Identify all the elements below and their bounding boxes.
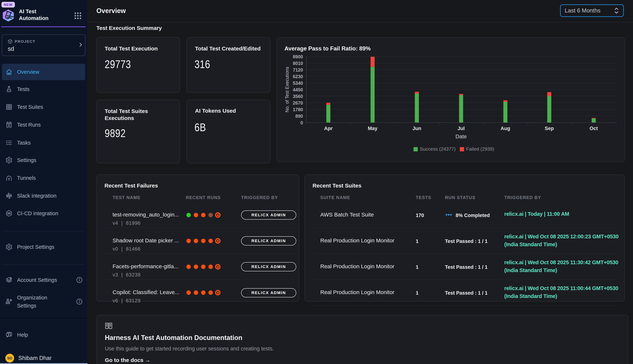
svg-text:Date: Date bbox=[455, 134, 467, 140]
svg-text:Aug: Aug bbox=[501, 126, 510, 131]
svg-text:Jun: Jun bbox=[413, 126, 421, 131]
svg-text:Jul: Jul bbox=[457, 126, 465, 131]
svg-text:3560: 3560 bbox=[293, 94, 303, 99]
svg-text:5340: 5340 bbox=[293, 80, 303, 86]
svg-text:8010: 8010 bbox=[293, 61, 303, 66]
svg-text:Oct: Oct bbox=[589, 126, 598, 131]
svg-text:1780: 1780 bbox=[293, 107, 303, 112]
svg-text:7120: 7120 bbox=[293, 67, 303, 72]
svg-text:Failed (2939): Failed (2939) bbox=[466, 146, 494, 152]
svg-text:890: 890 bbox=[295, 114, 303, 119]
svg-text:Sep: Sep bbox=[545, 126, 554, 131]
svg-text:No. of Test Executions: No. of Test Executions bbox=[284, 67, 289, 112]
svg-text:Average Pass to Fail Ratio: 89: Average Pass to Fail Ratio: 89% bbox=[284, 45, 371, 52]
svg-text:2670: 2670 bbox=[293, 100, 303, 106]
svg-text:Success (24377): Success (24377) bbox=[420, 146, 456, 152]
svg-text:6230: 6230 bbox=[293, 74, 303, 79]
svg-text:8900: 8900 bbox=[293, 54, 303, 59]
svg-text:Apr: Apr bbox=[324, 126, 333, 131]
svg-text:0: 0 bbox=[300, 120, 303, 125]
svg-text:May: May bbox=[368, 126, 378, 131]
svg-text:4450: 4450 bbox=[293, 87, 303, 92]
